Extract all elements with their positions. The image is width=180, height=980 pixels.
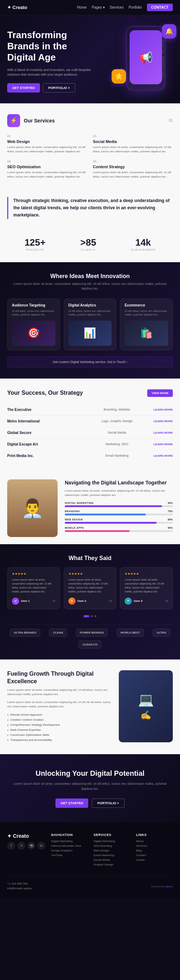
strategy-name: Global Secure (7, 431, 80, 435)
nav-link-home[interactable]: Home (77, 5, 87, 10)
analytics-icon: 📊 (83, 327, 96, 339)
testimonial-footer: U User 1 12 (12, 598, 56, 605)
strategy-item-metro: Metro International Logo, Graphic Design… (7, 416, 173, 427)
progress-fill (65, 530, 130, 532)
strategy-title: Your Success, Our Strategy (7, 390, 83, 396)
footer-link[interactable]: Career (136, 858, 173, 862)
progress-bar (65, 522, 173, 524)
progress-label: MOBILE APPS (65, 527, 84, 529)
footer-link[interactable]: SEO Branding (94, 844, 130, 848)
services-header: ⚡ Our Services 01 (7, 114, 173, 127)
hero-get-started-button[interactable]: GET STARTED (7, 83, 40, 92)
testimonial-avatar: U (12, 598, 19, 605)
nav-link-services[interactable]: Services (110, 5, 123, 10)
strategy-learn-more[interactable]: LEARN MORE (153, 431, 173, 434)
footer-link[interactable]: About (136, 840, 173, 843)
nav-links: Home Pages ▾ Services Portfolio CONTACT (77, 3, 173, 11)
testimonial-card-1: ★★★★★ Lorem ipsum dolor sit amet, consec… (7, 567, 60, 609)
excellence-list-item: Creative Content Creation (7, 718, 113, 721)
excellence-list: Results-Driven Approach Creative Content… (7, 713, 113, 741)
progress-bar (65, 505, 173, 507)
hero-side-text: DIGITAL MARKETING (162, 40, 164, 78)
card-image-analytics: 📊 (68, 321, 112, 346)
stat-label: PROJECTS (24, 248, 46, 251)
dot-2[interactable] (91, 615, 93, 617)
stat-projects: 125+ PROJECTS (24, 237, 46, 251)
testimonial-footer: P User 3 22 (124, 598, 168, 605)
social-linkedin-icon[interactable]: in (37, 842, 45, 850)
excellence-title: Fueling Growth Through Digital Excellenc… (7, 670, 113, 686)
service-item-content-strategy: 05 Content Strategy Lorem ipsum dolor si… (93, 159, 173, 179)
strategy-view-more-button[interactable]: VIEW MORE (147, 389, 173, 397)
progress-value: 60% (168, 527, 173, 529)
progress-fill (65, 522, 157, 524)
strategy-learn-more[interactable]: LEARN MORE (153, 420, 173, 423)
card-desc: Ut elit tellus, luctus nec ullamcorper m… (124, 309, 168, 317)
strategy-type: Logo, Graphic Design (80, 419, 153, 423)
service-item-social-media: 03 Social Media Lorem ipsum dolor sit am… (93, 134, 173, 154)
dot-3[interactable] (94, 615, 97, 617)
social-facebook-icon[interactable]: f (7, 842, 15, 850)
progress-bar (65, 514, 173, 515)
footer-col-title: LINKS (136, 833, 173, 837)
footer-col-services: SERVICES Digital Marketing SEO Branding … (94, 833, 130, 868)
footer-link[interactable]: Digital Marketing (94, 840, 130, 843)
hero-portfolio-button[interactable]: PORTFOLIO > (43, 83, 75, 92)
testimonial-stars: ★★★★★ (12, 572, 56, 576)
social-instagram-icon[interactable]: 📷 (27, 842, 35, 850)
testimonial-avatar: P (124, 598, 132, 605)
footer-link[interactable]: Web Design (94, 849, 130, 852)
service-title: Content Strategy (93, 165, 173, 169)
excellence-section: Fueling Growth Through Digital Excellenc… (0, 659, 180, 754)
service-item-seo: 04 SEO Optimization Lorem ipsum dolor si… (7, 159, 87, 179)
card-image-ecommerce: 🛍️ (124, 321, 168, 346)
footer-link[interactable]: Digital Marketing (51, 840, 88, 843)
innovation-subtitle: Lorem ipsum dolor sit amet, consectetur … (7, 282, 173, 291)
hero-content: Transforming Brands in the Digital Age W… (7, 30, 94, 92)
hero-title: Transforming Brands in the Digital Age (7, 30, 94, 64)
testimonial-count: 15 (109, 600, 112, 602)
brand-clean: CLEAN (49, 628, 67, 637)
footer-link[interactable]: Graphic Design (94, 863, 130, 866)
navbar: ✦ Creato Home Pages ▾ Services Portfolio… (0, 0, 180, 15)
profile-title: Navigating the Digital Landscape Togethe… (65, 479, 173, 486)
strategy-item-print: Print Media Inc. Email Marketing LEARN M… (7, 450, 173, 461)
footer-col-navigation: NAVIGATION Digital Marketing Famous Moun… (51, 833, 88, 868)
footer-link[interactable]: Famous Mountain View (51, 844, 88, 848)
testimonial-author: P User 3 (124, 598, 142, 605)
progress-label: DIGITAL MARKETING (65, 502, 94, 504)
testimonial-name: User 2 (77, 599, 86, 603)
strategy-learn-more[interactable]: LEARN MORE (153, 408, 173, 411)
excellence-list-item: Conversion Optimization Skills (7, 733, 113, 737)
footer-link[interactable]: Blog (136, 849, 173, 852)
cta-title: Unlocking Your Digital Potential (7, 768, 173, 778)
testimonial-stars: ★★★★★ (68, 572, 112, 576)
progress-mobile-apps: MOBILE APPS 60% (65, 527, 173, 532)
strategy-learn-more[interactable]: LEARN MORE (153, 454, 173, 457)
excellence-list-item: Comprehensive Strategy Development (7, 723, 113, 727)
strategy-type: Marketing, SEO (80, 442, 153, 446)
footer-link[interactable]: Services (136, 844, 173, 848)
cta-get-started-button[interactable]: GET STARTED (56, 799, 88, 808)
footer-link[interactable]: YouTube (51, 854, 88, 857)
strategy-name: Metro International (7, 419, 80, 423)
brand-ultra: ULTRA BRANDS (10, 628, 40, 637)
service-num: 02 (7, 134, 87, 138)
footer-link[interactable]: Social Media (94, 858, 130, 862)
nav-link-portfolio[interactable]: Portfolio (129, 5, 142, 10)
strategy-learn-more[interactable]: LEARN MORE (153, 443, 173, 446)
footer-link[interactable]: Contact (136, 854, 173, 857)
cta-portfolio-button[interactable]: PORTFOLIO > (92, 799, 124, 808)
services-icon: ⚡ (7, 114, 20, 127)
brand-power: POWER BRANDS (76, 628, 108, 637)
social-twitter-icon[interactable]: 𝕏 (17, 842, 25, 850)
testimonial-text: Lorem ipsum dolor sit amet, consectetur … (124, 578, 168, 594)
footer-link[interactable]: Email Marketing (94, 854, 130, 857)
footer-powered: Powered by Wpbux (151, 885, 173, 888)
nav-contact-button[interactable]: CONTACT (147, 3, 173, 11)
footer-link[interactable]: Google Analytics (51, 849, 88, 852)
testimonial-stars: ★★★★★ (124, 572, 168, 576)
excellence-list-item: Transparency and Accountability (7, 738, 113, 741)
nav-link-pages[interactable]: Pages ▾ (92, 5, 105, 10)
dot-1[interactable] (83, 615, 89, 617)
